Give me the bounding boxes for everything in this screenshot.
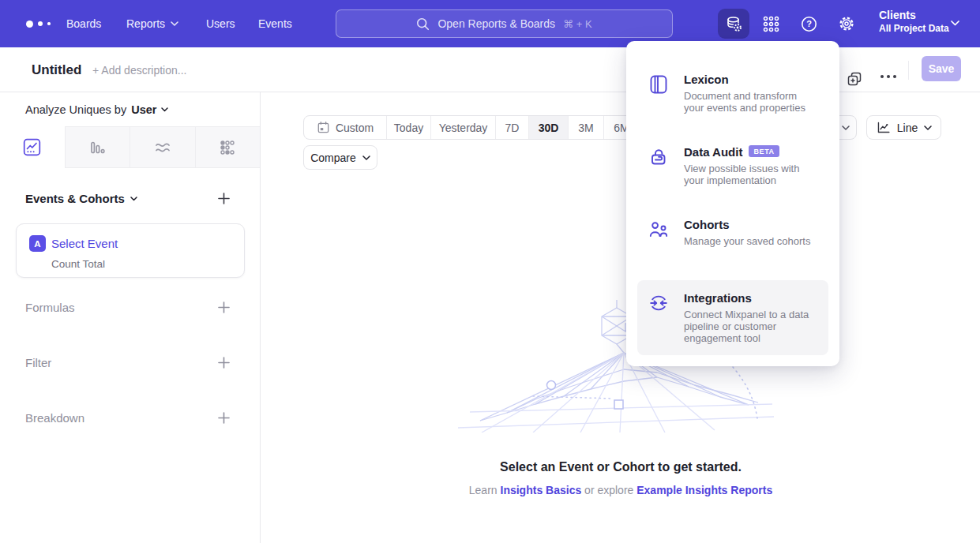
chevron-down-icon [130, 197, 137, 201]
wireframe-circle-marker [547, 381, 556, 390]
header-divider [908, 61, 909, 80]
range-today[interactable]: Today [386, 116, 430, 139]
grid-dots-icon [763, 16, 779, 32]
add-event-button[interactable] [216, 191, 231, 206]
settings-gear-icon[interactable] [831, 9, 862, 39]
duplicate-button[interactable] [847, 71, 862, 87]
report-title[interactable]: Untitled [32, 62, 81, 78]
search-shortcut: ⌘ + K [563, 18, 592, 30]
add-breakdown-button[interactable] [216, 410, 231, 425]
compare-button[interactable]: Compare [303, 145, 377, 170]
wireframe-square-marker [614, 400, 623, 409]
range-7d[interactable]: 7D [495, 116, 528, 139]
range-3m[interactable]: 3M [568, 116, 603, 139]
nav-users-label: Users [206, 17, 235, 30]
nav-events[interactable]: Events [258, 0, 292, 47]
nav-boards[interactable]: Boards [66, 0, 101, 47]
project-name: Clients [879, 8, 949, 23]
chevron-down-icon [951, 21, 959, 26]
question-circle-icon: ? [801, 16, 817, 32]
apps-grid-icon[interactable] [755, 9, 787, 39]
range-custom[interactable]: Custom [304, 116, 386, 139]
integrations-description: Connect Mixpanel to a data pipeline or c… [684, 309, 816, 344]
project-switcher[interactable]: Clients All Project Data [879, 8, 949, 35]
event-letter-badge: A [29, 235, 46, 252]
more-options-button[interactable] [880, 74, 897, 79]
tab-bar-chart[interactable] [65, 127, 130, 168]
chart-area: Custom Today Yesterday 7D 30D 3M 6M Comp… [261, 92, 980, 543]
filter-label: Filter [25, 356, 51, 369]
global-search-input[interactable]: Open Reports & Boards ⌘ + K [336, 9, 673, 38]
compare-label: Compare [310, 152, 356, 164]
nav-boards-label: Boards [66, 17, 101, 30]
menu-item-text: Cohorts Manage your saved cohorts [684, 218, 810, 247]
search-icon [416, 17, 430, 31]
breakdown-section: Breakdown [25, 409, 231, 426]
menu-item-lexicon[interactable]: Lexicon Document and transform your even… [637, 62, 828, 125]
analyze-prefix-label: Analyze Uniques by [25, 103, 126, 116]
insights-basics-link[interactable]: Insights Basics [501, 484, 582, 496]
chart-type-button[interactable]: Line [866, 115, 941, 140]
duplicate-icon [847, 71, 862, 87]
integrations-sync-icon [648, 291, 672, 344]
tab-flows[interactable] [130, 127, 195, 168]
lexicon-title: Lexicon [684, 73, 729, 86]
description-placeholder[interactable]: + Add description... [92, 64, 186, 77]
lexicon-book-icon [648, 73, 672, 114]
chevron-down-icon [842, 125, 850, 130]
mixpanel-logo-icon[interactable] [26, 0, 51, 47]
range-30d[interactable]: 30D [528, 116, 568, 139]
analyze-uniques-row: Analyze Uniques by User [0, 92, 260, 126]
nav-reports[interactable]: Reports [126, 0, 178, 47]
learn-prefix: Learn [469, 484, 498, 496]
chart-type-tabs [0, 126, 260, 168]
lexicon-description: Document and transform your events and p… [684, 90, 816, 114]
plus-icon [218, 412, 230, 424]
line-chart-icon [876, 120, 891, 135]
calendar-icon [317, 121, 330, 134]
help-icon[interactable]: ? [793, 9, 824, 39]
chevron-down-icon [924, 125, 932, 130]
line-chart-tab-icon [23, 138, 41, 156]
select-event-label[interactable]: Select Event [51, 237, 118, 250]
menu-item-integrations[interactable]: Integrations Connect Mixpanel to a data … [637, 280, 828, 355]
save-button[interactable]: Save [922, 56, 961, 81]
analyze-by-value: User [131, 103, 156, 116]
count-total-label[interactable]: Count Total [51, 258, 105, 270]
menu-item-data-audit[interactable]: Data Audit BETA View possible issues wit… [637, 134, 828, 197]
nav-users[interactable]: Users [206, 0, 235, 47]
tab-insights-line[interactable] [0, 126, 65, 168]
example-insights-reports-link[interactable]: Example Insights Reports [636, 484, 772, 496]
search-placeholder: Open Reports & Boards [437, 17, 555, 30]
formulas-section: Formulas [25, 298, 231, 316]
plus-icon [218, 301, 230, 313]
chevron-down-icon [362, 155, 370, 160]
tab-retention[interactable] [195, 127, 261, 168]
chart-type-label: Line [897, 122, 918, 134]
range-yesterday[interactable]: Yesterday [430, 116, 495, 139]
event-card[interactable]: A Select Event Count Total [16, 223, 245, 278]
or-explore-text: or explore [584, 484, 633, 496]
project-scope: All Project Data [879, 23, 949, 35]
events-cohorts-dropdown[interactable]: Events & Cohorts [25, 192, 137, 205]
svg-text:?: ? [806, 19, 812, 28]
analyze-by-dropdown[interactable]: User [131, 103, 168, 116]
integrations-title: Integrations [684, 291, 752, 305]
top-navbar: Boards Reports Users Events Open Reports… [0, 0, 980, 47]
range-30d-label: 30D [539, 122, 559, 134]
add-formula-button[interactable] [216, 300, 231, 315]
empty-state-subtitle: Learn Insights Basics or explore Example… [261, 484, 980, 496]
chevron-down-icon [171, 21, 178, 26]
cohorts-description: Manage your saved cohorts [684, 235, 810, 247]
range-3m-label: 3M [578, 122, 593, 134]
events-cohorts-header: Events & Cohorts [25, 191, 231, 206]
retention-tab-icon [219, 139, 236, 156]
menu-item-cohorts[interactable]: Cohorts Manage your saved cohorts [637, 207, 828, 258]
add-filter-button[interactable] [216, 355, 231, 370]
data-audit-description: View possible issues with your implement… [684, 163, 816, 186]
menu-item-text: Integrations Connect Mixpanel to a data … [684, 291, 816, 344]
data-management-icon[interactable] [718, 9, 749, 39]
data-management-menu: Lexicon Document and transform your even… [626, 41, 839, 366]
cohorts-title: Cohorts [684, 218, 730, 231]
query-sidebar: Analyze Uniques by User [0, 92, 261, 543]
